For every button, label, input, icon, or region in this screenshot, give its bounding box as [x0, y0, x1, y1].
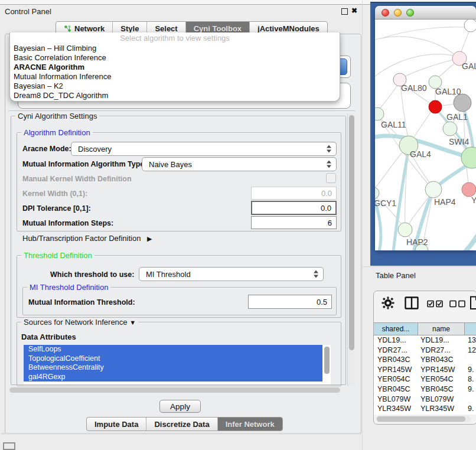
- network-graph: GALGAL80GAL10GAL1GAL11SWI4GAL4HAP4YGCY1H…: [375, 19, 476, 250]
- float-panel-icon[interactable]: [341, 8, 348, 15]
- tab-label: Impute Data: [94, 420, 138, 429]
- table-cell: YPR145W: [418, 365, 465, 375]
- table-horizontal-scrollbar[interactable]: [376, 416, 471, 422]
- manual-kernel-width-label: Manual Kernel Width Definition: [22, 175, 132, 183]
- gear-icon[interactable]: [382, 296, 395, 309]
- network-node[interactable]: [462, 182, 476, 197]
- settings-vertical-scrollbar[interactable]: [347, 113, 355, 386]
- zoom-window-icon[interactable]: [406, 9, 414, 17]
- table-row[interactable]: YDR27...YDR27...12: [374, 345, 476, 356]
- close-panel-icon[interactable]: ✖: [351, 6, 357, 15]
- column-header-cropped[interactable]: [465, 323, 476, 335]
- tab-label: Infer Network: [226, 420, 275, 429]
- table-cell: [465, 394, 476, 405]
- network-node[interactable]: [429, 100, 442, 113]
- table-row[interactable]: YPR145WYPR145W9.: [374, 365, 476, 375]
- attr-items: SelfLoopsTopologicalCoefficientBetweenne…: [24, 345, 331, 381]
- group-title: Cyni Algorithm Settings: [15, 112, 99, 120]
- column-header-name[interactable]: name: [418, 323, 465, 335]
- sources-toggle[interactable]: Sources for Network Inference ▼: [21, 318, 138, 327]
- tab-impute-data[interactable]: Impute Data: [87, 418, 146, 431]
- node-label: GAL10: [435, 87, 461, 96]
- column-header-shared-name[interactable]: shared...: [374, 323, 418, 335]
- expanded-arrow-icon: ▼: [129, 319, 136, 326]
- new-table-icon[interactable]: [470, 296, 476, 310]
- table-row[interactable]: YDL19...YDL19...13: [374, 335, 476, 345]
- scrollbar-thumb[interactable]: [9, 387, 340, 393]
- tab-infer-network[interactable]: Infer Network: [218, 418, 282, 431]
- node-label: GAL: [462, 61, 476, 71]
- network-edge[interactable]: [461, 30, 470, 53]
- network-edge[interactable]: [375, 54, 458, 76]
- list-scrollbar[interactable]: [324, 347, 330, 374]
- table-cell: 9.: [465, 365, 476, 375]
- table-row[interactable]: YBR045CYBR045C9.: [374, 384, 476, 394]
- network-node[interactable]: [461, 147, 476, 168]
- network-canvas[interactable]: GALGAL80GAL10GAL1GAL11SWI4GAL4HAP4YGCY1H…: [375, 19, 476, 250]
- mi-threshold-input[interactable]: 0.5: [248, 295, 332, 309]
- network-edge[interactable]: [375, 37, 456, 56]
- data-attributes-label: Data Attributes: [21, 332, 76, 341]
- node-label: SWI4: [449, 137, 469, 146]
- attribute-item[interactable]: gal4RGexp: [24, 373, 322, 382]
- table-row[interactable]: YER054CYER054C8.: [374, 374, 476, 384]
- close-window-icon[interactable]: [382, 9, 389, 17]
- network-edge[interactable]: [444, 233, 476, 250]
- network-edge[interactable]: [379, 83, 399, 110]
- tab-discretize-data[interactable]: Discretize Data: [146, 418, 217, 431]
- combo-value: MI Threshold: [146, 270, 191, 279]
- network-node[interactable]: [398, 223, 412, 237]
- scrollbar-thumb[interactable]: [377, 416, 465, 422]
- network-node[interactable]: [454, 94, 471, 112]
- algo-option[interactable]: ARACNE Algorithm: [10, 63, 340, 72]
- tab-label: Select: [155, 24, 177, 33]
- network-node[interactable]: [443, 122, 457, 136]
- table-row[interactable]: YLR345WYLR345W9.: [374, 404, 476, 414]
- network-edge[interactable]: [375, 148, 406, 189]
- table-cell: YBR045C: [374, 384, 418, 394]
- network-edge[interactable]: [413, 110, 432, 139]
- table-cell: 9: [465, 414, 476, 415]
- mi-algorithm-type-combo[interactable]: Naive Bayes: [142, 157, 337, 171]
- table-row[interactable]: YBR043CYBR043C: [374, 355, 476, 365]
- algo-option[interactable]: Mutual Information Inference: [10, 72, 340, 81]
- attribute-item[interactable]: BetweennessCentrality: [24, 363, 322, 373]
- network-window-titlebar[interactable]: [375, 6, 476, 19]
- hub-definition-toggle[interactable]: Hub/Transcription Factor Definition ▶: [22, 234, 152, 243]
- panel-splitter[interactable]: [362, 0, 363, 450]
- algo-option[interactable]: Basic Correlation Inference: [10, 53, 340, 63]
- scrollbar-thumb[interactable]: [349, 115, 354, 350]
- deselect-all-icon[interactable]: [449, 300, 466, 308]
- network-node[interactable]: [375, 107, 384, 120]
- select-all-checks-icon[interactable]: [427, 300, 444, 308]
- minimize-window-icon[interactable]: [394, 9, 402, 17]
- aracne-mode-combo[interactable]: Discovery: [71, 142, 337, 156]
- algo-option[interactable]: Bayesian – K2: [10, 81, 340, 91]
- algo-option[interactable]: Bayesian – Hill Climbing: [10, 44, 340, 53]
- network-node[interactable]: [464, 19, 476, 32]
- table-cell: [465, 355, 476, 365]
- network-edge[interactable]: [405, 58, 459, 77]
- table-row[interactable]: YIL052CYIL052C9: [374, 414, 476, 415]
- kernel-width-input[interactable]: 0.0: [251, 187, 337, 200]
- tab-label: Cyni Toolbox: [194, 24, 242, 33]
- mi-steps-input[interactable]: 6: [251, 216, 337, 229]
- which-threshold-combo[interactable]: MI Threshold: [139, 267, 324, 281]
- apply-button[interactable]: Apply: [159, 400, 201, 413]
- cyni-subtabs: Impute Data Discretize Data Infer Networ…: [86, 417, 283, 431]
- attribute-item[interactable]: SelfLoops: [24, 345, 322, 354]
- docked-panel-stub[interactable]: [3, 442, 15, 450]
- table-panel-divider: [363, 266, 476, 267]
- table-cell: YDL19...: [418, 335, 465, 345]
- network-node[interactable]: [425, 181, 442, 198]
- table-cell: 8.: [465, 374, 476, 384]
- network-node[interactable]: [375, 187, 379, 199]
- algo-option[interactable]: Dream8 DC_TDC Algorithm: [10, 91, 340, 100]
- table-cell: YPR145W: [374, 365, 418, 375]
- attribute-item[interactable]: TopologicalCoefficient: [24, 354, 322, 364]
- settings-horizontal-scrollbar[interactable]: [8, 386, 346, 394]
- split-columns-icon[interactable]: [405, 296, 419, 309]
- manual-kernel-width-checkbox[interactable]: [326, 173, 336, 183]
- dpi-tolerance-input[interactable]: 0.0: [251, 201, 337, 215]
- table-row[interactable]: YBL079WYBL079W: [374, 394, 476, 405]
